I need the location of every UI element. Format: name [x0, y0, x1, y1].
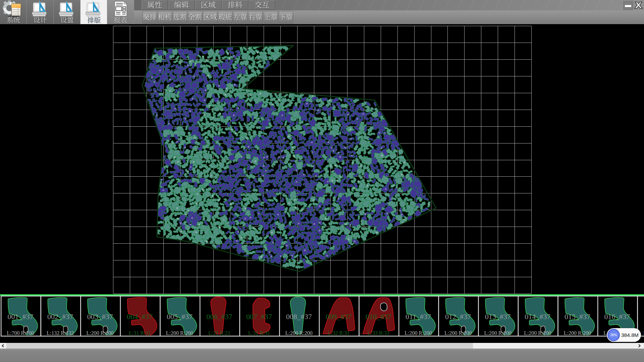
svg-text:016_#37: 016_#37	[604, 312, 630, 321]
svg-text:L:31 R:31: L:31 R:31	[129, 330, 151, 336]
svg-text:L:200 R:200: L:200 R:200	[564, 330, 591, 336]
svg-text:004_#37: 004_#37	[127, 312, 153, 321]
svg-text:L:33 R:33: L:33 R:33	[368, 330, 389, 336]
svg-text:007_#37: 007_#37	[246, 312, 272, 321]
svg-text:L:21 R:21: L:21 R:21	[208, 330, 230, 336]
svg-text:010_#37: 010_#37	[366, 312, 391, 321]
svg-text:L:200 R:200: L:200 R:200	[87, 330, 114, 336]
svg-text:009_#37: 009_#37	[326, 312, 352, 321]
svg-text:L:32 R:31: L:32 R:31	[328, 330, 350, 336]
svg-text:L:700 R:700: L:700 R:700	[7, 330, 34, 336]
svg-text:L:200 R:200: L:200 R:200	[285, 330, 313, 336]
svg-text:013_#37: 013_#37	[485, 312, 511, 321]
svg-text:008_#37: 008_#37	[286, 312, 312, 321]
svg-text:L:31 R:31: L:31 R:31	[248, 330, 270, 336]
svg-text:L:200 R:200: L:200 R:200	[444, 330, 472, 336]
svg-text:011_#37: 011_#37	[406, 312, 431, 321]
svg-text:L:200 R:200: L:200 R:200	[405, 330, 432, 336]
svg-text:006_#37: 006_#37	[207, 312, 232, 321]
svg-text:L:132 R:132: L:132 R:132	[47, 330, 74, 336]
svg-text:005_#37: 005_#37	[167, 312, 193, 321]
svg-text:002_#37: 002_#37	[47, 312, 73, 321]
svg-text:015_#37: 015_#37	[565, 312, 590, 321]
svg-text:L:200 R:200: L:200 R:200	[166, 330, 193, 336]
svg-text:L:200 R:200: L:200 R:200	[524, 330, 551, 336]
svg-text:014_#37: 014_#37	[525, 312, 550, 321]
svg-text:L:200 R:200: L:200 R:200	[484, 330, 512, 336]
svg-text:003_#37: 003_#37	[87, 312, 113, 321]
svg-text:012_#37: 012_#37	[445, 312, 471, 321]
svg-text:001_#37: 001_#37	[8, 312, 34, 321]
